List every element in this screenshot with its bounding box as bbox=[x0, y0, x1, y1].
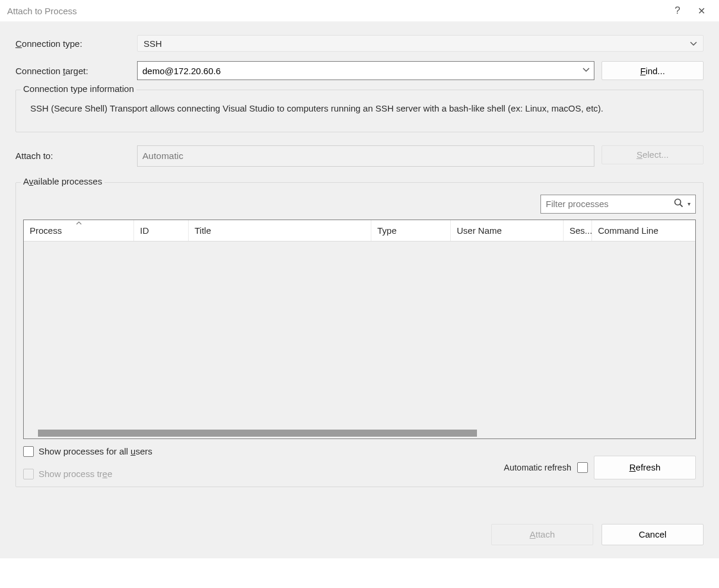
attach-to-value bbox=[137, 145, 594, 167]
checkbox-icon bbox=[23, 469, 34, 479]
window-title: Attach to Process bbox=[7, 6, 666, 16]
table-body bbox=[24, 241, 695, 428]
show-process-tree-checkbox: Show process tree bbox=[23, 469, 152, 479]
dialog-button-bar: Attach Cancel bbox=[0, 510, 719, 558]
column-id[interactable]: ID bbox=[134, 220, 189, 241]
refresh-button[interactable]: Refresh bbox=[594, 456, 696, 479]
show-all-users-checkbox[interactable]: Show processes for all users bbox=[23, 446, 152, 457]
refresh-controls: Automatic refresh Refresh bbox=[504, 456, 696, 479]
table-header: Process ID Title Type User Name Ses... C… bbox=[24, 220, 695, 241]
attach-to-row: Attach to: Select... bbox=[15, 145, 704, 167]
processes-bottom-controls: Show processes for all users Show proces… bbox=[23, 439, 696, 479]
connection-target-input[interactable] bbox=[137, 61, 594, 80]
titlebar: Attach to Process ? ✕ bbox=[0, 0, 719, 22]
search-icon[interactable] bbox=[673, 198, 684, 211]
connection-info-text: SSH (Secure Shell) Transport allows conn… bbox=[24, 97, 695, 116]
automatic-refresh-label: Automatic refresh bbox=[504, 463, 571, 472]
connection-type-row: Connection type: SSH bbox=[15, 35, 704, 52]
attach-to-label: Attach to: bbox=[15, 151, 137, 161]
scrollbar-thumb[interactable] bbox=[38, 430, 477, 437]
chevron-down-icon bbox=[690, 39, 697, 49]
column-user-name[interactable]: User Name bbox=[451, 220, 564, 241]
column-title[interactable]: Title bbox=[189, 220, 371, 241]
cancel-button[interactable]: Cancel bbox=[602, 524, 704, 545]
svg-line-1 bbox=[680, 204, 682, 206]
column-process[interactable]: Process bbox=[24, 220, 134, 241]
filter-box[interactable]: ▾ bbox=[540, 195, 696, 214]
connection-target-label: Connection target: bbox=[15, 66, 137, 76]
dialog-content: Connection type: SSH Connection target: … bbox=[0, 22, 719, 510]
connection-info-fieldset: Connection type information SSH (Secure … bbox=[15, 90, 704, 132]
connection-type-label: Connection type: bbox=[15, 39, 137, 49]
column-type[interactable]: Type bbox=[371, 220, 451, 241]
checkbox-icon[interactable] bbox=[23, 446, 34, 457]
svg-point-0 bbox=[675, 199, 681, 205]
filter-dropdown-icon[interactable]: ▾ bbox=[688, 201, 691, 207]
filter-input[interactable] bbox=[546, 198, 673, 210]
attach-button: Attach bbox=[491, 524, 593, 545]
select-button: Select... bbox=[602, 145, 704, 164]
connection-type-select[interactable]: SSH bbox=[137, 35, 704, 52]
filter-row: ▾ bbox=[23, 193, 696, 220]
sort-asc-icon bbox=[76, 220, 82, 226]
find-button[interactable]: Find... bbox=[602, 61, 704, 80]
help-icon[interactable]: ? bbox=[666, 5, 689, 17]
automatic-refresh-checkbox[interactable] bbox=[577, 462, 588, 473]
horizontal-scrollbar[interactable] bbox=[24, 428, 695, 438]
column-command-line[interactable]: Command Line bbox=[592, 220, 695, 241]
available-processes-legend: Available processes bbox=[21, 176, 104, 186]
connection-info-legend: Connection type information bbox=[21, 84, 136, 94]
checkbox-group: Show processes for all users Show proces… bbox=[23, 446, 152, 479]
column-session[interactable]: Ses... bbox=[564, 220, 592, 241]
available-processes-fieldset: Available processes ▾ Process ID Titl bbox=[15, 182, 704, 487]
connection-type-value: SSH bbox=[144, 39, 162, 49]
connection-target-row: Connection target: Find... bbox=[15, 61, 704, 80]
process-table: Process ID Title Type User Name Ses... C… bbox=[23, 220, 696, 439]
close-icon[interactable]: ✕ bbox=[689, 5, 713, 17]
connection-target-combo[interactable] bbox=[137, 61, 594, 80]
